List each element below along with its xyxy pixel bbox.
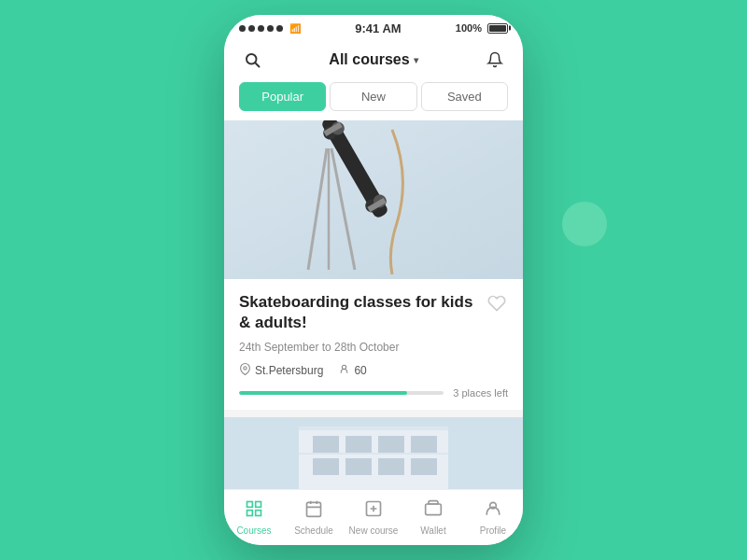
decorative-circle xyxy=(562,202,607,246)
profile-label: Profile xyxy=(480,525,506,536)
content-area: Skateboarding classes for kids & adults!… xyxy=(224,120,523,489)
svg-rect-32 xyxy=(256,511,261,516)
svg-rect-27 xyxy=(411,458,437,475)
battery-area: 100% xyxy=(456,22,508,34)
notifications-button[interactable] xyxy=(482,47,508,73)
card-title: Skateboarding classes for kids & adults! xyxy=(239,292,486,333)
signal-dots: 📶 xyxy=(239,23,301,34)
location-icon xyxy=(239,363,251,378)
location-item: St.Petersburg xyxy=(239,363,323,378)
svg-rect-40 xyxy=(426,504,442,515)
capacity-text: 60 xyxy=(354,364,366,377)
battery-label: 100% xyxy=(456,22,482,34)
svg-rect-30 xyxy=(256,502,261,508)
wallet-icon xyxy=(424,499,443,523)
svg-rect-31 xyxy=(247,511,253,516)
places-left: 3 places left xyxy=(453,387,508,399)
nav-schedule[interactable]: Schedule xyxy=(284,494,344,541)
svg-rect-29 xyxy=(247,502,253,508)
progress-row: 3 places left xyxy=(239,387,508,399)
tab-new[interactable]: New xyxy=(330,82,416,111)
dot3 xyxy=(258,25,264,32)
svg-rect-22 xyxy=(378,436,404,453)
status-bar: 📶 9:41 AM 100% xyxy=(224,15,523,41)
header-title-text: All courses xyxy=(329,51,409,68)
status-time: 9:41 AM xyxy=(355,21,401,35)
course-card-2-preview[interactable] xyxy=(224,417,523,489)
favorite-button[interactable] xyxy=(486,292,508,315)
capacity-item: 60 xyxy=(338,363,366,378)
svg-point-14 xyxy=(244,367,247,370)
wallet-label: Wallet xyxy=(420,525,445,536)
dot2 xyxy=(248,25,255,32)
header-title-group[interactable]: All courses ▾ xyxy=(329,51,417,68)
dot1 xyxy=(239,25,246,32)
svg-line-1 xyxy=(256,63,260,67)
tabs-container: Popular New Saved xyxy=(224,82,523,120)
card-image-1 xyxy=(224,120,523,279)
svg-rect-33 xyxy=(307,502,321,516)
nav-wallet[interactable]: Wallet xyxy=(403,494,463,541)
svg-rect-23 xyxy=(411,436,437,453)
battery-icon xyxy=(487,23,508,34)
svg-point-15 xyxy=(343,365,346,369)
svg-rect-26 xyxy=(378,458,404,475)
phone-wrapper: 📶 9:41 AM 100% All courses ▾ xyxy=(224,15,523,545)
svg-rect-21 xyxy=(345,436,372,453)
card-title-row: Skateboarding classes for kids & adults! xyxy=(239,292,508,341)
svg-rect-25 xyxy=(345,458,372,475)
person-icon xyxy=(338,363,350,378)
new-course-label: New course xyxy=(349,525,399,536)
bottom-nav: Courses Schedule xyxy=(224,489,523,545)
chevron-down-icon: ▾ xyxy=(414,55,418,65)
svg-rect-28 xyxy=(299,453,448,455)
svg-rect-24 xyxy=(313,458,339,475)
card-meta: St.Petersburg 60 xyxy=(239,363,508,378)
location-text: St.Petersburg xyxy=(255,364,323,377)
progress-fill xyxy=(239,391,407,395)
nav-profile[interactable]: Profile xyxy=(463,494,523,541)
tab-popular[interactable]: Popular xyxy=(239,82,326,111)
search-button[interactable] xyxy=(239,47,265,73)
dot4 xyxy=(267,25,274,32)
wifi-icon: 📶 xyxy=(289,23,301,34)
card-body-1: Skateboarding classes for kids & adults!… xyxy=(224,279,523,410)
phone-frame: 📶 9:41 AM 100% All courses ▾ xyxy=(224,15,523,545)
courses-icon xyxy=(245,499,263,523)
svg-rect-19 xyxy=(299,427,448,430)
dot5 xyxy=(276,25,283,32)
skateboard-scene xyxy=(224,120,523,279)
header: All courses ▾ xyxy=(224,41,523,82)
svg-rect-20 xyxy=(313,436,339,453)
profile-icon xyxy=(484,499,502,523)
card-date: 24th September to 28th October xyxy=(239,341,508,354)
nav-new-course[interactable]: New course xyxy=(344,494,403,541)
add-course-icon xyxy=(364,499,383,523)
schedule-label: Schedule xyxy=(294,525,333,536)
courses-label: Courses xyxy=(236,525,271,536)
course-card-1: Skateboarding classes for kids & adults!… xyxy=(224,120,523,410)
nav-courses[interactable]: Courses xyxy=(224,494,284,541)
progress-bar xyxy=(239,391,444,395)
card-preview-image xyxy=(224,417,523,489)
battery-fill xyxy=(489,25,506,32)
tab-saved[interactable]: Saved xyxy=(421,82,508,111)
svg-point-0 xyxy=(247,54,257,64)
schedule-icon xyxy=(304,499,323,523)
